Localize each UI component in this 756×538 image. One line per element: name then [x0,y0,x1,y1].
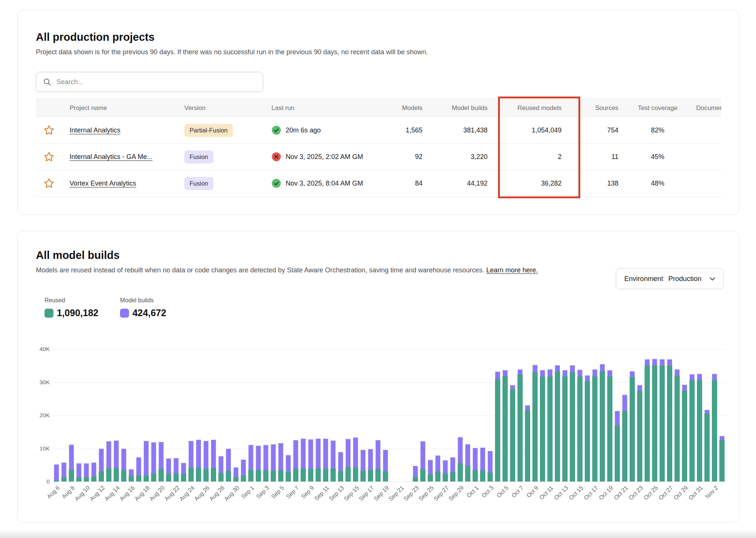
bar-oct-1[interactable]: Oct 1 [471,349,479,482]
bar-sep-7[interactable]: Sep 7 [292,349,299,482]
bar-sep-4[interactable] [270,349,277,482]
bar-aug-8[interactable]: Aug 8 [68,349,75,482]
bar-oct-10[interactable] [539,349,546,482]
bar-aug-31[interactable] [240,349,247,482]
bar-sep-27[interactable]: Sep 27 [442,349,449,482]
bar-oct-2[interactable] [479,349,486,482]
bar-aug-10[interactable]: Aug 10 [83,349,90,482]
bar-oct-25[interactable]: Oct 25 [651,349,658,482]
bar-oct-4[interactable] [494,349,501,482]
bar-oct-8[interactable] [524,349,531,482]
bar-oct-16[interactable] [584,349,591,482]
bar-aug-18[interactable]: Aug 18 [142,349,150,482]
bar-sep-30[interactable] [464,349,471,482]
bar-aug-23[interactable] [180,349,187,482]
bar-sep-28[interactable] [449,349,457,482]
bar-sep-12[interactable] [329,349,337,482]
project-name-link[interactable]: Internal Analytics [70,126,120,134]
project-name-link[interactable]: Vortex Event Analytics [70,180,136,187]
bar-nov-3[interactable] [718,349,726,482]
bar-oct-12[interactable] [554,349,561,482]
bar-sep-2[interactable] [255,349,262,482]
bar-oct-29[interactable]: Oct 29 [681,349,688,482]
bar-oct-6[interactable] [509,349,516,482]
star-icon[interactable] [43,178,55,189]
bar-oct-21[interactable]: Oct 21 [621,349,629,482]
bar-aug-16[interactable]: Aug 16 [127,349,135,482]
bar-sep-19[interactable]: Sep 19 [382,349,389,482]
bar-aug-19[interactable] [150,349,157,482]
bar-sep-20[interactable] [389,349,397,482]
bar-sep-9[interactable]: Sep 9 [307,349,314,482]
bar-aug-21[interactable] [165,349,172,482]
bar-sep-18[interactable] [374,349,382,482]
star-icon[interactable] [43,151,55,162]
bar-sep-1[interactable]: Sep 1 [247,349,255,482]
bar-oct-26[interactable] [658,349,666,482]
bar-aug-20[interactable]: Aug 20 [157,349,165,482]
bar-oct-19[interactable]: Oct 19 [606,349,614,482]
bar-oct-27[interactable]: Oct 27 [666,349,673,482]
bar-sep-22[interactable] [404,349,412,482]
bar-aug-14[interactable]: Aug 14 [113,349,120,482]
bar-sep-23[interactable]: Sep 23 [412,349,419,482]
bar-aug-30[interactable]: Aug 30 [232,349,240,482]
bar-oct-11[interactable]: Oct 11 [546,349,554,482]
bar-sep-26[interactable] [434,349,442,482]
bar-oct-20[interactable] [614,349,621,482]
bar-aug-26[interactable]: Aug 26 [202,349,210,482]
bar-sep-15[interactable]: Sep 15 [352,349,359,482]
bar-aug-27[interactable] [210,349,217,482]
bar-nov-1[interactable] [703,349,711,482]
bar-aug-12[interactable]: Aug 12 [98,349,105,482]
bar-oct-18[interactable] [599,349,606,482]
bar-aug-22[interactable]: Aug 22 [172,349,180,482]
bar-oct-22[interactable] [629,349,636,482]
bar-aug-17[interactable] [135,349,142,482]
bar-sep-8[interactable] [299,349,307,482]
bar-oct-13[interactable]: Oct 13 [561,349,569,482]
bar-sep-16[interactable] [359,349,367,482]
table-row[interactable]: Internal AnalyticsPartial-Fusion20m 6s a… [36,117,721,144]
star-icon[interactable] [43,125,55,136]
table-row[interactable]: Vortex Event AnalyticsFusionNov 3, 2025,… [36,170,721,197]
bar-oct-14[interactable] [569,349,576,482]
bar-aug-28[interactable]: Aug 28 [217,349,225,482]
bar-aug-9[interactable] [75,349,83,482]
bar-aug-29[interactable] [225,349,232,482]
bar-oct-30[interactable] [688,349,696,482]
bar-aug-13[interactable] [105,349,113,482]
table-row[interactable]: Internal Analytics - GA Me...FusionNov 3… [36,144,721,170]
bar-oct-24[interactable] [643,349,651,482]
bar-oct-17[interactable]: Oct 17 [591,349,599,482]
bar-aug-15[interactable] [120,349,127,482]
search-input[interactable] [51,72,263,92]
bar-aug-11[interactable] [90,349,98,482]
bar-sep-11[interactable]: Sep 11 [322,349,329,482]
bar-nov-2[interactable]: Nov 2 [711,349,718,482]
bar-sep-29[interactable]: Sep 29 [457,349,464,482]
bar-oct-9[interactable]: Oct 9 [531,349,539,482]
bar-sep-24[interactable] [419,349,427,482]
learn-more-link[interactable]: Learn more here. [486,266,538,274]
bar-oct-5[interactable]: Oct 5 [501,349,509,482]
bar-sep-21[interactable]: Sep 21 [397,349,404,482]
bar-sep-13[interactable]: Sep 13 [337,349,344,482]
bar-sep-6[interactable] [285,349,292,482]
bar-oct-7[interactable]: Oct 7 [516,349,524,482]
environment-dropdown[interactable]: Environment Production [616,268,724,289]
bar-sep-25[interactable]: Sep 25 [427,349,434,482]
bar-sep-17[interactable]: Sep 17 [367,349,374,482]
bar-oct-28[interactable] [673,349,681,482]
bar-oct-31[interactable]: Oct 31 [696,349,703,482]
bar-oct-23[interactable]: Oct 23 [636,349,643,482]
bar-aug-24[interactable]: Aug 24 [187,349,195,482]
bar-sep-3[interactable]: Sep 3 [262,349,270,482]
bar-oct-15[interactable]: Oct 15 [576,349,584,482]
bar-aug-25[interactable] [195,349,202,482]
project-name-link[interactable]: Internal Analytics - GA Me... [70,153,153,161]
bar-oct-3[interactable]: Oct 3 [486,349,494,482]
bar-aug-7[interactable] [60,349,68,482]
bar-sep-5[interactable]: Sep 5 [277,349,285,482]
bar-sep-14[interactable] [344,349,352,482]
